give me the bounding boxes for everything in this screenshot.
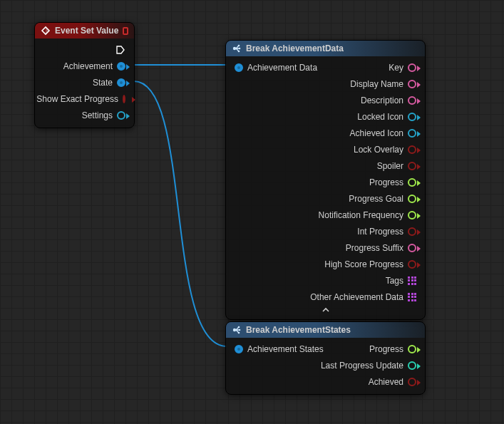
pin-in-achievement-states[interactable]: [235, 345, 243, 353]
pin-high-score-progress[interactable]: [408, 260, 416, 269]
pin-lock-overlay[interactable]: [408, 145, 416, 154]
event-icon: [41, 26, 51, 36]
pin-label-high-score-progress: High Score Progress: [324, 259, 403, 269]
pin-key[interactable]: [408, 63, 416, 72]
node-title: Break AchievementStates: [246, 325, 351, 335]
pin-achievement[interactable]: [117, 62, 125, 71]
break-struct-icon: [232, 325, 242, 335]
delegate-pin[interactable]: [123, 27, 128, 35]
svg-point-6: [239, 329, 241, 331]
svg-point-4: [233, 329, 236, 331]
pin-label-achieved: Achieved: [369, 377, 403, 387]
exec-out-pin[interactable]: [115, 45, 125, 55]
svg-point-5: [238, 326, 240, 329]
pin-int-progress[interactable]: [408, 227, 416, 236]
pin-label-achieved-icon: Achieved Icon: [350, 128, 403, 138]
pin-settings[interactable]: [117, 111, 125, 120]
pin-in-achievement-data[interactable]: [235, 63, 243, 72]
pin-display-name[interactable]: [408, 80, 416, 88]
node-event-set-value[interactable]: Event Set Value Achievement State Show E…: [34, 22, 135, 128]
pin-label-tags: Tags: [386, 276, 403, 286]
pin-progress[interactable]: [408, 178, 416, 187]
pin-label-progress-goal: Progress Goal: [349, 194, 403, 204]
pin-label-show-exact-progress: Show Exact Progress: [36, 94, 118, 104]
pin-label-lock-overlay: Lock Overlay: [354, 145, 403, 155]
pin-label-last-progress-update: Last Progress Update: [321, 361, 403, 371]
pin-achieved[interactable]: [408, 378, 416, 386]
node-break-achievement-data[interactable]: Break AchievementData Achievement Data K…: [225, 40, 426, 320]
pin-achieved-icon[interactable]: [408, 129, 416, 138]
collapse-toggle[interactable]: [230, 305, 421, 315]
pin-spoiler[interactable]: [408, 162, 416, 170]
pin-description[interactable]: [408, 96, 416, 105]
node-title: Break AchievementData: [246, 43, 344, 53]
pin-label-other-data: Other Achievement Data: [310, 292, 403, 302]
pin-label-notification-frequency: Notification Frequency: [319, 210, 403, 220]
pin-label-int-progress: Int Progress: [357, 227, 403, 237]
pin-label-spoiler: Spoiler: [377, 161, 403, 171]
svg-point-3: [238, 51, 240, 53]
node-header[interactable]: Event Set Value: [35, 23, 134, 38]
pin-label-achievement-states: Achievement States: [247, 344, 324, 354]
svg-point-0: [233, 47, 236, 50]
node-break-achievement-states[interactable]: Break AchievementStates Achievement Stat…: [225, 321, 426, 395]
svg-point-2: [239, 48, 241, 50]
pin-locked-icon[interactable]: [408, 113, 416, 121]
pin-tags[interactable]: [408, 276, 416, 285]
pin-other-data[interactable]: [408, 293, 416, 301]
pin-progress-suffix[interactable]: [408, 244, 416, 252]
svg-point-7: [238, 332, 240, 334]
pin-label-state: State: [93, 78, 113, 88]
pin-show-exact-progress[interactable]: [123, 95, 125, 103]
svg-point-1: [238, 45, 240, 47]
pin-last-progress-update[interactable]: [408, 361, 416, 370]
pin-label-achievement: Achievement: [63, 61, 113, 71]
node-header[interactable]: Break AchievementData: [226, 41, 425, 56]
break-struct-icon: [232, 43, 242, 53]
pin-label-progress: Progress: [369, 177, 403, 187]
pin-progress-goal[interactable]: [408, 195, 416, 203]
node-header[interactable]: Break AchievementStates: [226, 322, 425, 338]
pin-label-settings: Settings: [82, 110, 113, 120]
pin-label-description: Description: [361, 95, 403, 105]
node-title: Event Set Value: [55, 26, 118, 36]
pin-progress[interactable]: [408, 345, 416, 353]
pin-state[interactable]: [117, 78, 125, 87]
pin-label-display-name: Display Name: [350, 79, 403, 89]
pin-label-achievement-data: Achievement Data: [247, 63, 317, 73]
pin-label-progress: Progress: [369, 344, 403, 354]
pin-label-key: Key: [389, 63, 403, 73]
pin-label-locked-icon: Locked Icon: [357, 112, 403, 122]
pin-label-progress-suffix: Progress Suffix: [346, 243, 403, 253]
pin-notification-frequency[interactable]: [408, 211, 416, 219]
